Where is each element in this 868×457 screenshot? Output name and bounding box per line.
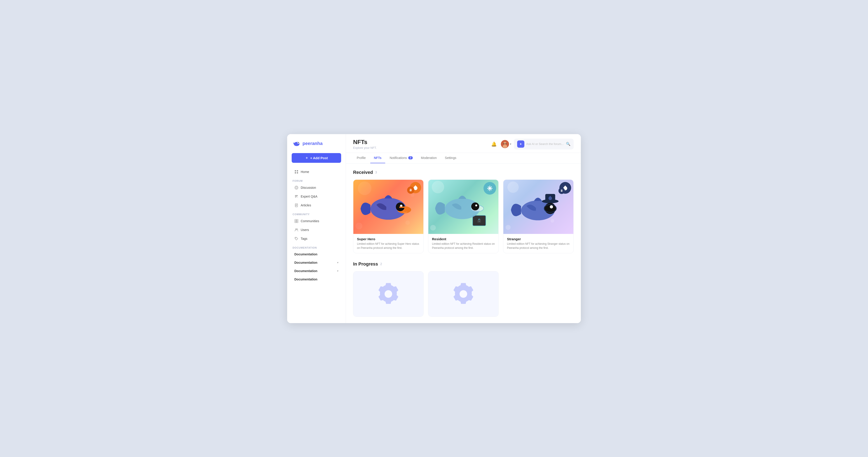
svg-rect-21 <box>297 221 298 222</box>
svg-point-8 <box>295 186 298 189</box>
received-count: 3 <box>375 170 377 174</box>
svg-rect-18 <box>295 219 296 221</box>
forum-section-label: FORUM <box>287 176 346 183</box>
gear-icon-1 <box>375 281 402 307</box>
svg-rect-34 <box>399 206 407 208</box>
nft-name-super-hero: Super Hero <box>357 237 420 241</box>
received-title: Received <box>353 170 373 175</box>
sidebar-item-expertqa-label: Expert Q&A <box>301 195 317 198</box>
sidebar-item-doc2[interactable]: Documentation ▾ <box>289 259 344 267</box>
nft-info-super-hero: Super Hero Limited edition NFT for achie… <box>353 234 423 253</box>
nft-card-resident[interactable]: Resident Limited edition NFT for achievi… <box>428 179 499 253</box>
tab-settings[interactable]: Settings <box>441 153 460 163</box>
svg-point-43 <box>471 202 479 210</box>
sidebar-navigation: Home FORUM Discussion Expert Q&A <box>287 167 346 320</box>
sidebar-item-doc3[interactable]: Documentation ▾ <box>289 267 344 275</box>
sidebar-item-doc4[interactable]: Documentation <box>289 275 344 283</box>
gear-icon-2 <box>450 281 477 307</box>
tab-notifications[interactable]: Notifications 7 <box>386 153 416 163</box>
tabs: Profile NFTs Notifications 7 Moderation … <box>346 153 581 163</box>
articles-icon <box>294 203 299 207</box>
chevron-down-icon: ▾ <box>337 269 338 272</box>
svg-point-49 <box>550 205 553 208</box>
tab-nfts[interactable]: NFTs <box>370 153 385 163</box>
svg-point-27 <box>503 145 507 148</box>
svg-point-23 <box>297 229 298 230</box>
sidebar-item-expertqa[interactable]: Expert Q&A <box>289 192 344 201</box>
in-progress-count: 2 <box>380 262 382 266</box>
sidebar-item-home[interactable]: Home <box>289 167 344 176</box>
main-content: NFTs Explore your NFT. 🔔 <box>346 134 581 323</box>
ai-button[interactable]: ✦ <box>517 140 524 148</box>
svg-rect-6 <box>295 172 296 173</box>
nft-image-progress-2 <box>428 271 498 317</box>
page-title-area: NFTs Explore your NFT. <box>353 139 377 150</box>
svg-point-28 <box>504 143 504 144</box>
logo-icon <box>292 139 301 148</box>
logo-text: peeranha <box>303 141 322 146</box>
svg-point-51 <box>384 290 392 298</box>
sidebar-item-communities-label: Communities <box>301 219 319 223</box>
search-input[interactable] <box>526 142 564 145</box>
communities-icon <box>294 219 299 223</box>
avatar-chevron-icon: ▾ <box>510 142 511 145</box>
plus-icon: ＋ <box>305 156 308 160</box>
sidebar-item-articles[interactable]: Articles <box>289 201 344 209</box>
svg-point-52 <box>460 290 467 298</box>
nft-desc-super-hero: Limited edition NFT for achieving Super … <box>357 242 420 250</box>
in-progress-grid <box>353 271 574 317</box>
sidebar: peeranha ＋ + Add Post Home FORUM <box>287 134 346 323</box>
search-button[interactable]: 🔍 <box>566 142 570 146</box>
svg-point-3 <box>298 142 299 143</box>
svg-rect-20 <box>295 221 296 222</box>
sidebar-item-users[interactable]: Users <box>289 226 344 234</box>
in-progress-section-header: In Progress 2 <box>353 261 574 267</box>
logo: peeranha <box>287 139 346 153</box>
sidebar-item-communities[interactable]: Communities <box>289 217 344 225</box>
svg-rect-7 <box>297 172 298 173</box>
svg-rect-12 <box>295 197 297 197</box>
notifications-bell-button[interactable]: 🔔 <box>490 140 498 148</box>
nft-card-progress-2[interactable] <box>428 271 499 317</box>
search-bar: ✦ 🔍 <box>514 139 574 150</box>
svg-point-24 <box>296 237 296 238</box>
nft-desc-resident: Limited edition NFT for achieving Reside… <box>432 242 495 250</box>
top-bar: NFTs Explore your NFT. 🔔 <box>346 134 581 153</box>
nft-card-stranger[interactable]: Ƀ <box>503 179 574 253</box>
svg-rect-10 <box>295 195 298 196</box>
nft-card-super-hero[interactable]: Ƀ <box>353 179 424 253</box>
svg-point-44 <box>475 204 477 206</box>
chevron-down-icon: ▾ <box>337 261 338 264</box>
sidebar-item-discussion[interactable]: Discussion <box>289 183 344 192</box>
nft-image-stranger: Ƀ <box>503 180 574 234</box>
resident-fish-container <box>428 180 498 234</box>
stranger-fish-container <box>503 180 574 234</box>
avatar <box>501 140 509 148</box>
nft-image-super-hero: Ƀ <box>353 180 423 234</box>
nft-image-resident <box>428 180 498 234</box>
tab-profile[interactable]: Profile <box>353 153 369 163</box>
svg-point-26 <box>504 142 506 144</box>
add-post-button[interactable]: ＋ + Add Post <box>292 153 341 163</box>
nft-name-resident: Resident <box>432 237 495 241</box>
discussion-icon <box>294 186 299 190</box>
notifications-badge: 7 <box>408 156 413 159</box>
sidebar-item-doc1[interactable]: Documentation <box>289 250 344 258</box>
resident-fish <box>434 184 493 230</box>
tab-moderation[interactable]: Moderation <box>417 153 440 163</box>
svg-rect-4 <box>295 170 296 171</box>
nft-desc-stranger: Limited edition NFT for achieving Strang… <box>507 242 570 250</box>
nft-card-progress-1[interactable] <box>353 271 424 317</box>
avatar-area[interactable]: ▾ <box>501 140 511 148</box>
top-bar-right: 🔔 ▾ ✦ <box>490 139 574 150</box>
sidebar-item-users-label: Users <box>301 228 309 232</box>
sidebar-item-articles-label: Articles <box>301 203 311 207</box>
svg-rect-19 <box>297 219 298 221</box>
svg-point-9 <box>296 187 297 188</box>
sidebar-item-tags[interactable]: Tags <box>289 234 344 243</box>
svg-point-22 <box>296 228 297 230</box>
received-section-header: Received 3 <box>353 170 574 175</box>
sidebar-item-tags-label: Tags <box>301 237 308 240</box>
sidebar-item-home-label: Home <box>301 170 309 174</box>
sidebar-item-discussion-label: Discussion <box>301 186 316 190</box>
